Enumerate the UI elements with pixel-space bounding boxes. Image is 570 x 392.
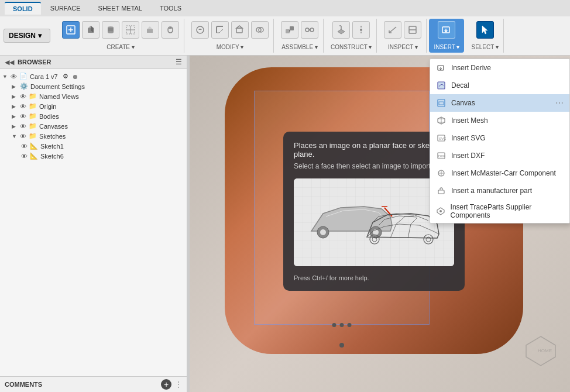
svg-rect-20 [290, 26, 294, 30]
nav-cube[interactable]: HOME [523, 333, 558, 369]
tab-surface[interactable]: SURFACE [42, 2, 89, 14]
modify-fillet-icon[interactable] [211, 21, 229, 39]
tab-sheet-metal[interactable]: SHEET METAL [90, 2, 150, 14]
eye-icon[interactable]: 👁 [11, 73, 17, 80]
dropdown-label-traceparts: Insert TraceParts Supplier Components [451, 203, 564, 219]
svg-marker-25 [338, 29, 345, 34]
dropdown-item-traceparts[interactable]: Insert TraceParts Supplier Components [430, 200, 569, 223]
insert-label[interactable]: INSERT ▾ [434, 44, 459, 50]
assemble-joint-icon[interactable] [301, 21, 318, 39]
create-extrude-icon[interactable] [142, 21, 159, 39]
root-record-icon[interactable]: ⏺ [72, 73, 78, 80]
construct-group: CONSTRUCT ▾ [326, 19, 377, 53]
tree-named-views[interactable]: ▶ 👁 📁 Named Views [0, 91, 187, 101]
tree-origin[interactable]: ▶ 👁 📁 Origin [0, 101, 187, 111]
svg-rect-15 [236, 28, 242, 33]
tree-arrow: ▶ [12, 114, 18, 119]
svg-text:SVG: SVG [439, 137, 446, 140]
select-label[interactable]: SELECT ▾ [471, 44, 499, 50]
tree-canvases[interactable]: ▶ 👁 📁 Canvases [0, 121, 187, 131]
assemble-new-icon[interactable] [281, 21, 298, 39]
eye-icon[interactable]: 👁 [20, 93, 26, 100]
dropdown-item-insert-svg[interactable]: SVG Insert SVG [430, 129, 569, 147]
modify-combine-icon[interactable] [251, 21, 269, 39]
design-button[interactable]: DESIGN ▾ [4, 29, 50, 43]
eye-icon[interactable]: 👁 [21, 143, 28, 150]
sidebar: ◀◀ BROWSER ☰ ▼ 👁 📄 Cara 1 v7 ⚙ ⏺ ▶ ⚙️ Do… [0, 56, 187, 392]
construct-axis-icon[interactable] [352, 21, 370, 39]
tab-tools[interactable]: TOOLS [152, 2, 190, 14]
insert-dropdown-menu: Insert Derive Decal Canvas ⋯ [430, 59, 570, 223]
create-new-icon[interactable] [62, 21, 80, 39]
dropdown-item-insert-mesh[interactable]: Insert Mesh [430, 112, 569, 129]
canvas-more-dots[interactable]: ⋯ [555, 98, 564, 108]
create-box-icon[interactable] [82, 21, 99, 39]
select-cursor-icon[interactable] [476, 21, 494, 39]
dropdown-item-insert-dxf[interactable]: DXF Insert DXF [430, 147, 569, 164]
select-icons [476, 21, 494, 39]
eye-icon[interactable]: 👁 [21, 153, 28, 160]
create-label[interactable]: CREATE ▾ [107, 44, 135, 50]
dropdown-item-insert-derive[interactable]: Insert Derive [430, 59, 569, 77]
sidebar-collapse-icon[interactable]: ◀◀ [5, 59, 14, 66]
eye-icon[interactable]: 👁 [20, 123, 26, 130]
insert-icon[interactable] [438, 21, 455, 39]
dropdown-label-manufacturer: Insert a manufacturer part [451, 187, 532, 195]
dropdown-label-insert-svg: Insert SVG [451, 134, 486, 142]
sidebar-header: ◀◀ BROWSER ☰ [0, 56, 187, 69]
dropdown-item-canvas[interactable]: Canvas ⋯ [430, 94, 569, 112]
construct-label[interactable]: CONSTRUCT ▾ [331, 44, 372, 50]
svg-rect-50 [438, 82, 445, 89]
svg-point-29 [360, 29, 362, 31]
tab-solid[interactable]: SOLID [5, 2, 41, 15]
construct-plane-icon[interactable] [332, 21, 350, 39]
dropdown-item-mcmaster[interactable]: Insert McMaster-Carr Component [430, 164, 569, 182]
dropdown-label-canvas: Canvas [451, 99, 475, 107]
inspect-measure-icon[interactable] [384, 21, 401, 39]
add-comment-button[interactable]: + [161, 379, 171, 390]
main-area: ◀◀ BROWSER ☰ ▼ 👁 📄 Cara 1 v7 ⚙ ⏺ ▶ ⚙️ Do… [0, 56, 570, 392]
comments-bar: COMMENTS + ⋮ [0, 376, 187, 392]
tree-bodies[interactable]: ▶ 👁 📁 Bodies [0, 111, 187, 121]
tree-sketches[interactable]: ▼ 👁 📁 Sketches [0, 131, 187, 141]
root-settings-icon[interactable]: ⚙ [63, 73, 68, 80]
svg-line-30 [389, 27, 396, 33]
insert-icons [438, 21, 455, 39]
svg-rect-64 [438, 190, 444, 194]
tree-sketch1-label: Sketch1 [40, 143, 64, 150]
dropdown-item-decal[interactable]: Decal [430, 77, 569, 94]
manufacturer-icon [436, 185, 447, 196]
inspect-label[interactable]: INSPECT ▾ [388, 44, 418, 50]
construct-icons [332, 21, 370, 39]
viewport[interactable]: Places an image on a planar face or sket… [190, 56, 570, 392]
eye-icon[interactable]: 👁 [20, 103, 26, 110]
tree-arrow: ▼ [2, 74, 8, 80]
sidebar-menu-icon[interactable]: ☰ [176, 58, 182, 66]
sidebar-resize-handle[interactable]: ⋮ [175, 380, 182, 388]
dropdown-label-decal: Decal [451, 81, 469, 90]
create-revolve-icon[interactable] [162, 21, 179, 39]
modify-shell-icon[interactable] [231, 21, 249, 39]
design-dropdown-arrow[interactable]: ▾ [38, 32, 42, 40]
inspect-icons [384, 21, 421, 39]
dropdown-item-manufacturer[interactable]: Insert a manufacturer part [430, 182, 569, 200]
tree-root-item[interactable]: ▼ 👁 📄 Cara 1 v7 ⚙ ⏺ [0, 71, 187, 81]
tree-sketch1[interactable]: 👁 📐 Sketch1 [0, 141, 187, 151]
create-cylinder-icon[interactable] [102, 21, 119, 39]
tree-sketch6[interactable]: 👁 📐 Sketch6 [0, 151, 187, 161]
sketches-folder-icon: 📁 [29, 132, 37, 140]
tree-sketch6-label: Sketch6 [40, 153, 64, 160]
assemble-icons [281, 21, 318, 39]
eye-icon[interactable]: 👁 [20, 133, 26, 140]
modify-label[interactable]: MODIFY ▾ [217, 44, 243, 50]
svg-rect-19 [286, 29, 290, 33]
modify-press-icon[interactable] [191, 21, 209, 39]
eye-icon[interactable]: 👁 [20, 113, 26, 120]
tree-doc-settings[interactable]: ▶ ⚙️ Document Settings [0, 81, 187, 91]
create-sketch-icon[interactable] [122, 21, 139, 39]
toolbar-container: SOLID SURFACE SHEET METAL TOOLS DESIGN ▾ [0, 0, 570, 56]
inspect-section-icon[interactable] [404, 21, 421, 39]
dropdown-label-insert-derive: Insert Derive [451, 64, 491, 72]
assemble-label[interactable]: ASSEMBLE ▾ [281, 44, 318, 50]
tab-bar: SOLID SURFACE SHEET METAL TOOLS [0, 0, 570, 16]
